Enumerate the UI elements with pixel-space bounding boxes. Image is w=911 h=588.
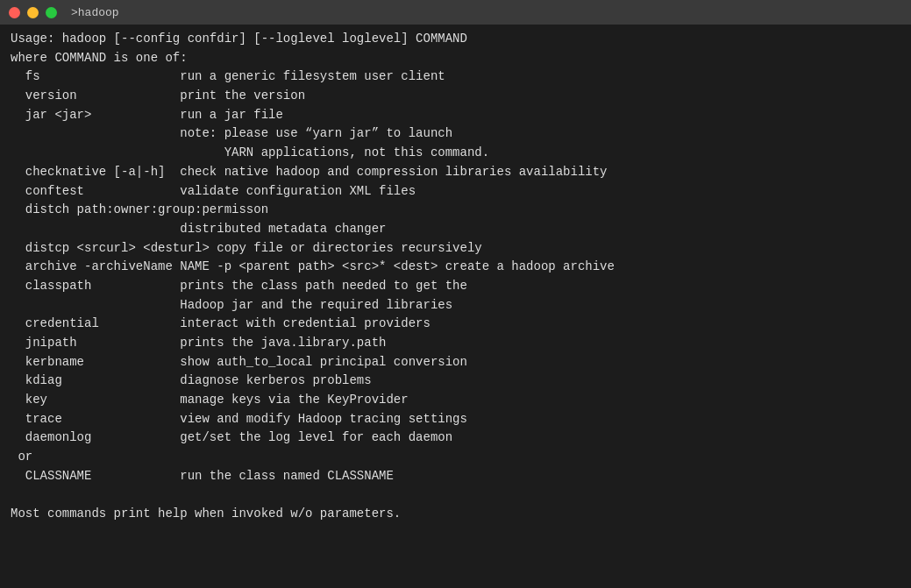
maximize-icon[interactable]	[46, 7, 57, 18]
close-icon[interactable]	[9, 7, 20, 18]
terminal-output: Usage: hadoop [--config confdir] [--logl…	[0, 25, 911, 588]
title-bar: >hadoop	[0, 0, 911, 25]
window-title: >hadoop	[71, 6, 119, 19]
terminal-window: >hadoop Usage: hadoop [--config confdir]…	[0, 0, 911, 588]
minimize-icon[interactable]	[27, 7, 39, 18]
